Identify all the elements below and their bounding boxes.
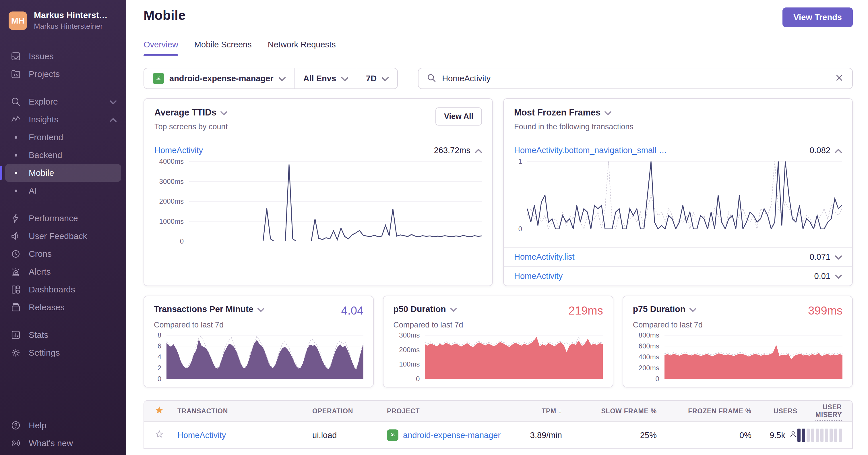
view-all-button[interactable]: View All <box>435 108 482 125</box>
col-transaction[interactable]: TRANSACTION <box>177 407 312 415</box>
average-ttids-card: Average TTIDs Top screens by count View … <box>144 98 493 286</box>
sidebar-item-issues[interactable]: Issues <box>5 48 121 65</box>
frozen-frames-line-chart <box>527 162 842 229</box>
transaction-link[interactable]: HomeActivity.bottom_navigation_small … <box>514 146 667 155</box>
bullet-icon <box>14 154 17 157</box>
chevron-up-icon[interactable] <box>835 146 842 155</box>
sidebar-item-stats[interactable]: Stats <box>5 326 121 344</box>
date-range-filter[interactable]: 7D <box>357 68 397 88</box>
sidebar-item-label: Help <box>29 421 46 430</box>
sidebar-item-settings[interactable]: Settings <box>5 344 121 362</box>
sidebar-item-releases[interactable]: Releases <box>5 298 121 316</box>
frozen-frame-cell: 0% <box>739 431 751 440</box>
sidebar-item-backend[interactable]: Backend <box>5 146 121 164</box>
gear-icon <box>10 347 22 358</box>
issues-icon <box>10 51 22 62</box>
tpm-value: 4.04 <box>341 304 363 317</box>
tab-network-requests[interactable]: Network Requests <box>268 40 336 56</box>
sidebar-item-dashboards[interactable]: Dashboards <box>5 281 121 298</box>
org-switcher[interactable]: MH Markus Hinterst… Markus Hintersteiner <box>0 10 126 31</box>
sidebar-item-label: Releases <box>29 303 65 312</box>
card-title[interactable]: Average TTIDs <box>154 108 228 118</box>
bar-chart-icon <box>10 330 22 340</box>
sidebar-item-user-feedback[interactable]: User Feedback <box>5 227 121 245</box>
chevron-down-icon <box>450 304 457 314</box>
col-user-misery[interactable]: USER MISERY <box>797 403 842 419</box>
misery-bar <box>807 429 810 442</box>
megaphone-icon <box>10 231 22 241</box>
frozen-value: 0.082 <box>809 146 830 155</box>
frozen-value: 0.01 <box>814 272 830 281</box>
environment-filter[interactable]: All Envs <box>294 68 357 88</box>
project-filter[interactable]: android-expense-manager <box>144 68 294 88</box>
sidebar-item-alerts[interactable]: Alerts <box>5 263 121 281</box>
card-title[interactable]: Transactions Per Minute <box>154 304 265 314</box>
frozen-accordion-row[interactable]: HomeActivity 0.01 <box>504 266 852 286</box>
bullet-icon <box>14 172 17 174</box>
col-frozen-frame[interactable]: FROZEN FRAME % <box>688 407 751 415</box>
user-icon <box>789 430 797 440</box>
star-outline-icon[interactable] <box>154 429 177 441</box>
transaction-link[interactable]: HomeActivity <box>514 272 563 281</box>
card-title[interactable]: p75 Duration <box>633 304 696 314</box>
chevron-up-icon[interactable] <box>475 146 482 155</box>
search-bar[interactable] <box>418 68 853 89</box>
sidebar-item-explore[interactable]: Explore <box>5 93 121 111</box>
users-cell: 9.5k <box>770 430 797 440</box>
sidebar-item-frontend[interactable]: Frontend <box>5 129 121 146</box>
table-row[interactable]: HomeActivity ui.load android-expense-man… <box>144 422 852 448</box>
card-subtitle: Compared to last 7d <box>154 320 363 330</box>
sidebar-item-label: Projects <box>29 69 60 79</box>
card-title[interactable]: Most Frozen Frames <box>514 108 633 118</box>
search-input[interactable] <box>442 74 829 83</box>
tab-mobile-screens[interactable]: Mobile Screens <box>194 40 252 56</box>
sidebar-item-whats-new[interactable]: What's new <box>5 434 121 452</box>
sidebar-item-projects[interactable]: Projects <box>5 65 121 83</box>
p50-value: 219ms <box>569 304 603 317</box>
ttid-line-chart <box>189 162 482 241</box>
chevron-down-icon <box>220 108 227 118</box>
sidebar-item-crons[interactable]: Crons <box>5 245 121 263</box>
sidebar-item-ai[interactable]: AI <box>5 182 121 200</box>
sidebar-item-insights[interactable]: Insights <box>5 111 121 129</box>
transaction-link[interactable]: HomeActivity <box>154 146 203 155</box>
col-slow-frame[interactable]: SLOW FRAME % <box>601 407 657 415</box>
y-axis-labels: 10 <box>514 162 527 229</box>
chevron-down-icon[interactable] <box>835 252 842 262</box>
search-icon <box>10 96 22 107</box>
sidebar-item-help[interactable]: Help <box>5 417 121 434</box>
date-range-filter-value: 7D <box>366 74 377 83</box>
p50-area-chart <box>425 335 603 379</box>
col-operation[interactable]: OPERATION <box>312 407 387 415</box>
avatar: MH <box>9 11 27 30</box>
ttids-accordion-row[interactable]: HomeActivity 263.72ms <box>144 139 492 162</box>
col-project[interactable]: PROJECT <box>387 407 519 415</box>
sort-desc-icon: ↓ <box>558 407 562 415</box>
sidebar-item-mobile[interactable]: Mobile <box>5 164 121 182</box>
chevron-down-icon[interactable] <box>835 272 842 281</box>
project-cell: android-expense-manager <box>387 429 519 441</box>
clock-icon <box>10 249 22 259</box>
projects-icon <box>10 69 22 80</box>
tab-bar: Overview Mobile Screens Network Requests <box>144 40 853 56</box>
tab-overview[interactable]: Overview <box>144 40 178 56</box>
project-link[interactable]: android-expense-manager <box>403 431 501 440</box>
sidebar-item-performance[interactable]: Performance <box>5 209 121 227</box>
y-axis-labels: 4000ms3000ms2000ms1000ms0 <box>154 162 189 241</box>
transaction-link[interactable]: HomeActivity.list <box>514 252 575 262</box>
sidebar-item-label: Frontend <box>29 133 63 142</box>
card-title[interactable]: p50 Duration <box>393 304 457 314</box>
main-content: Mobile View Trends Overview Mobile Scree… <box>126 0 868 455</box>
clear-search-icon[interactable] <box>834 73 844 84</box>
misery-bar <box>834 429 837 442</box>
star-filled-icon[interactable] <box>154 405 177 417</box>
frozen-accordion-row[interactable]: HomeActivity.list 0.071 <box>504 247 852 266</box>
p75-area-chart <box>664 335 842 379</box>
transaction-link[interactable]: HomeActivity <box>177 431 312 440</box>
transactions-table: TRANSACTION OPERATION PROJECT TPM ↓ SLOW… <box>144 400 853 449</box>
col-tpm[interactable]: TPM ↓ <box>541 407 562 415</box>
view-trends-button[interactable]: View Trends <box>782 7 853 27</box>
col-users[interactable]: USERS <box>774 407 797 415</box>
misery-bar <box>816 429 819 442</box>
frozen-accordion-row[interactable]: HomeActivity.bottom_navigation_small … 0… <box>504 139 852 162</box>
